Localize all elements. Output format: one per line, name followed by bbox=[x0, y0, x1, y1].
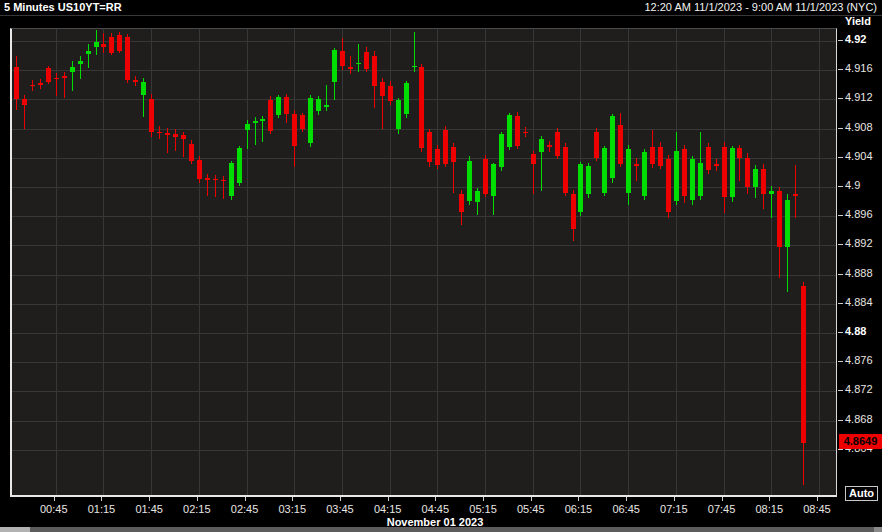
x-tick-mark bbox=[722, 497, 723, 501]
candle bbox=[62, 76, 67, 78]
candle bbox=[372, 56, 377, 86]
scrollbar-thumb[interactable] bbox=[0, 527, 30, 532]
candle bbox=[539, 139, 544, 152]
vertical-gridline bbox=[724, 29, 725, 495]
candle bbox=[547, 145, 552, 147]
y-tick-label: 4.892 bbox=[845, 237, 873, 249]
horizontal-gridline bbox=[12, 421, 836, 422]
candle bbox=[706, 147, 711, 170]
candle bbox=[364, 52, 369, 69]
y-tick-label: 4.888 bbox=[845, 267, 873, 279]
candle bbox=[761, 169, 766, 195]
candle bbox=[109, 37, 114, 53]
candle bbox=[563, 147, 568, 193]
candle bbox=[690, 159, 695, 200]
y-tick-mark bbox=[838, 157, 843, 158]
x-tick-mark bbox=[149, 497, 150, 501]
vertical-gridline bbox=[628, 29, 629, 495]
candle-wick bbox=[175, 129, 176, 151]
horizontal-gridline bbox=[12, 216, 836, 217]
x-tick-mark bbox=[817, 497, 818, 501]
candle bbox=[515, 116, 520, 146]
candle bbox=[412, 66, 417, 68]
x-tick-mark bbox=[769, 497, 770, 501]
y-tick-label: 4.908 bbox=[845, 121, 873, 133]
chart-window: 5 Minutes US10YT=RR 12:20 AM 11/1/2023 -… bbox=[0, 0, 882, 532]
candle-wick bbox=[72, 61, 73, 90]
y-tick-label: 4.912 bbox=[845, 91, 873, 103]
horizontal-gridline bbox=[12, 245, 836, 246]
vertical-gridline bbox=[580, 29, 581, 495]
x-tick-mark bbox=[531, 497, 532, 501]
x-tick-mark bbox=[435, 497, 436, 501]
x-tick-mark bbox=[292, 497, 293, 501]
y-tick-label: 4.904 bbox=[845, 150, 873, 162]
horizontal-gridline bbox=[12, 362, 836, 363]
candle bbox=[292, 114, 297, 146]
candle bbox=[388, 86, 393, 101]
candle bbox=[769, 191, 774, 195]
candle bbox=[141, 82, 146, 95]
candle bbox=[54, 78, 59, 80]
x-tick-mark bbox=[483, 497, 484, 501]
x-tick-mark bbox=[101, 497, 102, 501]
candle bbox=[666, 159, 671, 212]
candle bbox=[475, 191, 480, 202]
y-tick-mark bbox=[838, 98, 843, 99]
y-tick-label: 4.884 bbox=[845, 296, 873, 308]
x-tick-mark bbox=[245, 497, 246, 501]
candle bbox=[205, 178, 210, 180]
candle bbox=[30, 85, 35, 87]
candle-wick bbox=[636, 158, 637, 181]
x-tick-mark bbox=[578, 497, 579, 501]
y-tick-label: 4.92 bbox=[845, 33, 866, 45]
candle bbox=[101, 44, 106, 47]
horizontal-gridline bbox=[12, 187, 836, 188]
candle-wick bbox=[795, 165, 796, 218]
y-tick-mark bbox=[838, 69, 843, 70]
candle bbox=[785, 200, 790, 247]
candle bbox=[221, 180, 226, 182]
auto-scale-button[interactable]: Auto bbox=[845, 486, 878, 501]
last-price-badge: 4.8649 bbox=[839, 434, 882, 449]
candle bbox=[594, 132, 599, 158]
candle bbox=[149, 99, 154, 132]
horizontal-gridline bbox=[12, 391, 836, 392]
candle bbox=[300, 115, 305, 128]
horizontal-scrollbar[interactable] bbox=[0, 527, 882, 532]
candle bbox=[459, 194, 464, 212]
vertical-gridline bbox=[294, 29, 295, 495]
candle bbox=[634, 164, 639, 166]
y-tick-label: 4.88 bbox=[845, 325, 866, 337]
y-tick-mark bbox=[838, 303, 843, 304]
candle bbox=[507, 115, 512, 147]
candle bbox=[70, 67, 75, 71]
plot-area[interactable] bbox=[10, 28, 837, 497]
candle bbox=[213, 179, 218, 181]
candle bbox=[380, 82, 385, 97]
candle bbox=[578, 164, 583, 211]
candle bbox=[125, 37, 130, 80]
candle bbox=[467, 161, 472, 201]
candle-wick bbox=[350, 56, 351, 74]
candle bbox=[284, 97, 289, 114]
x-tick-label: 08:45 bbox=[787, 503, 847, 515]
candle bbox=[237, 148, 242, 182]
candle bbox=[94, 42, 99, 46]
candle bbox=[396, 100, 401, 128]
x-tick-mark bbox=[340, 497, 341, 501]
candle bbox=[610, 116, 615, 178]
candle bbox=[173, 134, 178, 137]
candle bbox=[46, 68, 51, 82]
candle bbox=[682, 149, 687, 196]
vertical-gridline bbox=[533, 29, 534, 495]
candle-wick bbox=[207, 174, 208, 196]
candle bbox=[801, 286, 806, 444]
y-tick-label: 4.9 bbox=[845, 179, 860, 191]
candle bbox=[443, 130, 448, 164]
scrollbar-end-cap bbox=[874, 527, 882, 532]
candle bbox=[451, 147, 456, 162]
y-tick-mark bbox=[838, 186, 843, 187]
x-tick-mark bbox=[626, 497, 627, 501]
vertical-gridline bbox=[56, 29, 57, 495]
